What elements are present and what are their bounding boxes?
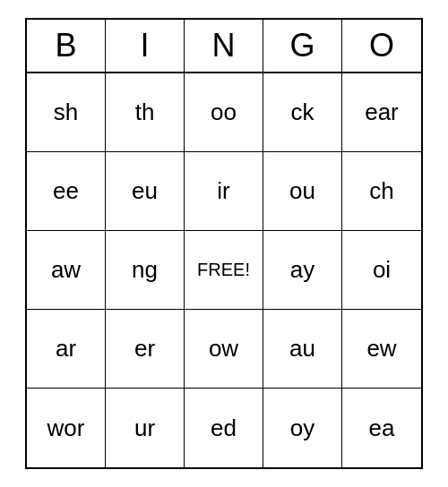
bingo-grid: shthoockeareeeuirouchawngFREE!ayoiarerow… — [27, 73, 421, 467]
grid-cell: ay — [263, 231, 342, 310]
grid-cell: ee — [27, 152, 106, 231]
grid-cell: oo — [185, 73, 263, 152]
header-cell: G — [263, 20, 342, 73]
header-cell: B — [27, 20, 106, 73]
grid-cell: ng — [106, 231, 185, 310]
grid-cell: ar — [27, 310, 106, 389]
bingo-card: BINGO shthoockeareeeuirouchawngFREE!ayoi… — [25, 18, 423, 469]
grid-cell: eu — [106, 152, 185, 231]
header-cell: O — [342, 20, 421, 73]
grid-cell: ir — [185, 152, 263, 231]
grid-cell: sh — [27, 73, 106, 152]
grid-cell: oy — [263, 389, 342, 467]
grid-cell: ch — [342, 152, 421, 231]
grid-cell: ed — [185, 389, 263, 467]
grid-cell: ur — [106, 389, 185, 467]
grid-cell: oi — [342, 231, 421, 310]
grid-cell: ew — [342, 310, 421, 389]
header-cell: I — [106, 20, 185, 73]
grid-cell: ck — [263, 73, 342, 152]
grid-cell: ou — [263, 152, 342, 231]
grid-cell: wor — [27, 389, 106, 467]
grid-cell: er — [106, 310, 185, 389]
bingo-header: BINGO — [27, 20, 421, 73]
grid-cell: aw — [27, 231, 106, 310]
grid-cell: ear — [342, 73, 421, 152]
grid-cell: au — [263, 310, 342, 389]
header-cell: N — [185, 20, 263, 73]
grid-cell: FREE! — [185, 231, 263, 310]
grid-cell: ea — [342, 389, 421, 467]
grid-cell: ow — [185, 310, 263, 389]
grid-cell: th — [106, 73, 185, 152]
